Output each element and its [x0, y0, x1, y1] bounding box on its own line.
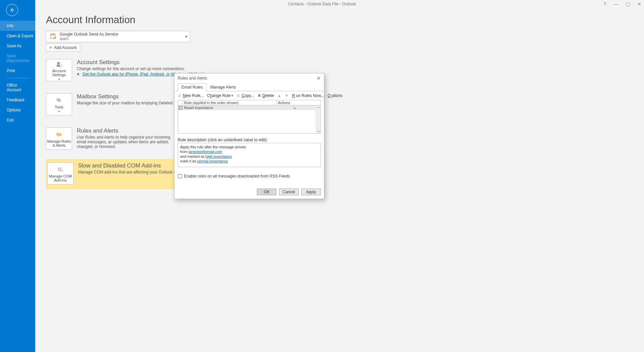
desc-link-from[interactable]: janedoe@email.com: [189, 150, 222, 154]
minimize-icon[interactable]: —: [613, 1, 618, 7]
new-rule-button[interactable]: New Rule...: [178, 93, 204, 98]
person-gear-icon: [55, 61, 63, 68]
rss-checkbox[interactable]: [178, 174, 182, 178]
rules-alerts-dialog: Rules and Alerts ✕ Email Rules Manage Al…: [174, 73, 324, 199]
rss-label: Enable rules on all messages downloaded …: [184, 174, 290, 179]
chevron-down-icon: ▾: [185, 34, 187, 39]
svg-point-2: [54, 37, 55, 39]
section-desc: Change settings for this account or set …: [77, 66, 207, 71]
tile-label: Manage Rules & Alerts: [46, 139, 72, 147]
rule-row[interactable]: ✓ Reset Importance: [178, 105, 316, 110]
account-icon: [49, 33, 57, 41]
tile-account-settings[interactable]: Account Settings ▾: [46, 59, 72, 81]
add-account-label: Add Account: [54, 45, 76, 50]
delete-button[interactable]: ✕ Delete: [257, 93, 274, 98]
new-rule-icon: [178, 94, 182, 98]
back-button[interactable]: [6, 4, 18, 16]
section-desc: Use Rules and Alerts to help organize yo…: [77, 135, 177, 149]
tile-label: Account Settings: [46, 69, 72, 77]
tab-email-rules[interactable]: Email Rules: [178, 83, 207, 91]
apply-button[interactable]: Apply: [301, 189, 321, 195]
account-selector[interactable]: Google Outlook Send As Service MAPI ▾: [46, 31, 190, 42]
chevron-down-icon: ▾: [231, 94, 233, 97]
title-bar: Contacts - Outlook Data File - Outlook ?…: [0, 0, 644, 8]
svg-rect-14: [238, 95, 239, 97]
move-up-button[interactable]: ▲: [277, 93, 281, 98]
add-account-button[interactable]: + Add Account: [46, 44, 80, 52]
svg-rect-9: [57, 133, 58, 134]
tile-manage-com-addins[interactable]: Manage COM Add-ins: [47, 162, 73, 185]
col-actions: Actions: [277, 100, 320, 105]
main-area: Account Information Google Outlook Send …: [35, 8, 644, 352]
page-title: Account Information: [46, 14, 633, 26]
scrollbar[interactable]: ▴▾: [316, 105, 320, 133]
sidebar-item-save-as[interactable]: Save As: [0, 41, 35, 51]
tools-icon: [55, 97, 63, 104]
account-name: Google Outlook Send As Service: [60, 32, 118, 37]
rule-name: Reset Importance: [183, 105, 272, 110]
section-rules-alerts: Manage Rules & Alerts Rules and Alerts U…: [46, 125, 633, 154]
svg-rect-7: [58, 100, 60, 101]
dialog-title: Rules and Alerts: [178, 76, 207, 81]
sidebar-item-feedback[interactable]: Feedback: [0, 95, 35, 105]
ok-button[interactable]: OK: [257, 189, 276, 195]
help-icon[interactable]: ?: [603, 1, 606, 7]
sidebar-separator: [6, 78, 29, 78]
plus-icon: +: [50, 45, 52, 50]
section-heading: Rules and Alerts: [77, 128, 177, 134]
rules-list: Rule (applied in the order shown) Action…: [178, 100, 321, 134]
col-rule: Rule (applied in the order shown): [183, 100, 277, 105]
close-icon[interactable]: ✕: [637, 1, 641, 7]
run-rules-button[interactable]: Run Rules Now...: [292, 93, 324, 98]
rule-action-icon: [272, 105, 316, 110]
copy-icon: [236, 94, 240, 98]
sidebar-item-print[interactable]: Print: [0, 66, 35, 76]
chevron-down-icon: ▾: [58, 78, 60, 81]
window-title: Contacts - Outlook Data File - Outlook: [288, 2, 356, 6]
change-rule-button[interactable]: Change Rule▾: [207, 93, 233, 98]
folder-bell-icon: [55, 131, 63, 139]
rule-desc-label: Rule description (click an underlined va…: [178, 138, 321, 142]
sidebar-item-options[interactable]: Options: [0, 105, 35, 115]
desc-line: Apply this rule after the message arrive…: [180, 145, 318, 149]
desc-link-importance[interactable]: high importance: [206, 154, 232, 158]
copy-button[interactable]: Copy...: [236, 93, 254, 98]
backstage-sidebar: Info Open & Export Save As Save Attachme…: [0, 0, 35, 352]
account-proto: MAPI: [60, 37, 118, 41]
sidebar-item-save-attachments: Save Attachments: [0, 51, 35, 66]
dialog-close-icon[interactable]: ✕: [317, 76, 321, 81]
tile-manage-rules[interactable]: Manage Rules & Alerts: [46, 128, 72, 150]
delete-icon: ✕: [257, 94, 261, 98]
options-button[interactable]: Options: [327, 93, 342, 98]
cancel-button[interactable]: Cancel: [279, 189, 299, 195]
section-account-settings: Account Settings ▾ Account Settings Chan…: [46, 56, 633, 86]
svg-point-3: [57, 62, 60, 64]
tab-manage-alerts[interactable]: Manage Alerts: [207, 83, 240, 91]
desc-link-markas[interactable]: normal importance: [197, 159, 228, 163]
rule-checkbox[interactable]: ✓: [179, 106, 182, 110]
addin-gear-icon: [56, 166, 65, 173]
maximize-icon[interactable]: ▢: [626, 1, 630, 7]
sidebar-item-exit[interactable]: Exit: [0, 115, 35, 125]
tile-label: Manage COM Add-ins: [48, 174, 73, 182]
dialog-tabs: Email Rules Manage Alerts: [174, 83, 324, 91]
svg-rect-10: [58, 168, 61, 171]
section-heading: Account Settings: [77, 59, 207, 66]
sidebar-item-open-export[interactable]: Open & Export: [0, 31, 35, 41]
svg-rect-1: [51, 34, 55, 35]
svg-rect-13: [237, 94, 239, 96]
tile-tools[interactable]: Tools ▾: [46, 93, 72, 115]
tile-label: Tools: [55, 105, 63, 109]
dialog-toolbar: New Rule... Change Rule▾ Copy... ✕ Delet…: [174, 91, 324, 100]
svg-point-11: [61, 170, 63, 172]
move-down-button[interactable]: ▼: [285, 93, 289, 98]
rule-desc-box: Apply this rule after the message arrive…: [178, 143, 321, 167]
svg-point-5: [60, 65, 62, 67]
sidebar-item-office-account[interactable]: Office Account: [0, 80, 35, 95]
sidebar-item-info[interactable]: Info: [0, 21, 35, 31]
chevron-down-icon: ▾: [58, 110, 60, 113]
